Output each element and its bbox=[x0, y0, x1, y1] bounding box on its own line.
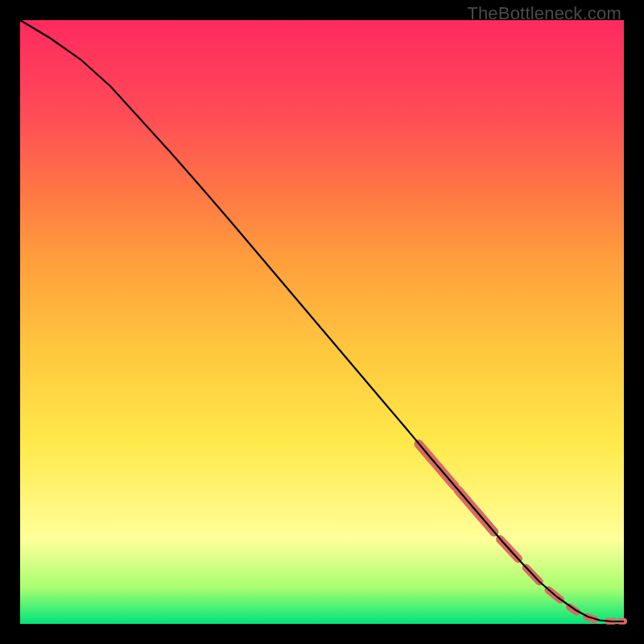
watermark-text: TheBottleneck.com bbox=[467, 3, 621, 24]
chart-markers bbox=[419, 444, 624, 621]
chart-overlay-svg bbox=[20, 20, 624, 624]
chart-curve bbox=[20, 20, 624, 621]
chart-plot-area bbox=[20, 20, 624, 624]
chart-frame: TheBottleneck.com bbox=[0, 0, 644, 644]
